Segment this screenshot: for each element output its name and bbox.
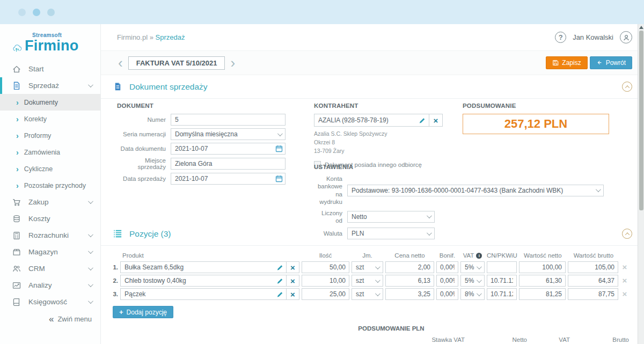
discount-input[interactable] bbox=[436, 288, 458, 300]
sidebar-item-crm[interactable]: CRM bbox=[0, 260, 100, 277]
sidebar-subitem-pozostale-przychody[interactable]: › Pozostałe przychody bbox=[0, 177, 100, 194]
clear-product-button[interactable]: × bbox=[286, 275, 299, 286]
gross-input[interactable] bbox=[568, 288, 618, 300]
window-control-icon[interactable] bbox=[47, 9, 55, 16]
net-input[interactable] bbox=[519, 261, 566, 273]
delete-row-button[interactable]: × bbox=[623, 262, 627, 272]
unit-select[interactable]: szt bbox=[352, 275, 383, 287]
chevron-down-icon bbox=[477, 291, 482, 296]
sidebar-item-ksiegowosc[interactable]: Księgowość bbox=[0, 294, 100, 310]
podsumowanie-group: PODSUMOWANIE 257,12 PLN bbox=[463, 103, 609, 134]
collapse-menu-button[interactable]: « Zwiń menu bbox=[0, 310, 100, 327]
collapse-section-button[interactable] bbox=[622, 82, 632, 92]
unit-select[interactable]: szt bbox=[352, 288, 383, 300]
edit-product-button[interactable] bbox=[273, 275, 286, 286]
vertical-scrollbar[interactable] bbox=[638, 24, 644, 344]
qty-input[interactable] bbox=[302, 275, 349, 287]
discount-input[interactable] bbox=[436, 261, 458, 273]
unit-select[interactable]: szt bbox=[352, 261, 383, 273]
scroll-up-icon[interactable] bbox=[639, 26, 643, 29]
add-item-button[interactable]: + Dodaj pozycję bbox=[113, 306, 173, 318]
miejsce-sprzedazy-input[interactable] bbox=[171, 158, 286, 170]
sidebar-item-sprzedaz[interactable]: Sprzedaż bbox=[0, 77, 100, 94]
pencil-icon bbox=[419, 117, 426, 124]
edit-kontrahent-button[interactable] bbox=[415, 114, 429, 126]
sidebar-item-start[interactable]: Start bbox=[0, 61, 100, 77]
chevron-right-icon: › bbox=[16, 148, 19, 157]
sidebar-item-analizy[interactable]: Analizy bbox=[0, 277, 100, 294]
data-sprzedazy-input[interactable] bbox=[171, 173, 286, 185]
sidebar-item-koszty[interactable]: Koszty bbox=[0, 210, 100, 227]
net-input[interactable] bbox=[519, 288, 566, 300]
edit-product-button[interactable] bbox=[273, 262, 286, 273]
chevron-down-icon bbox=[427, 230, 432, 236]
vat-select[interactable]: 5% bbox=[460, 261, 485, 273]
vat-select[interactable]: 8% bbox=[460, 288, 485, 300]
currency-select[interactable]: PLN bbox=[347, 228, 435, 239]
next-document-button[interactable]: › bbox=[227, 56, 238, 70]
product-input[interactable] bbox=[121, 289, 273, 299]
gross-input[interactable] bbox=[568, 275, 618, 287]
price-input[interactable] bbox=[385, 261, 434, 273]
scrollbar-thumb[interactable] bbox=[639, 31, 643, 210]
sidebar-item-magazyn[interactable]: Magazyn bbox=[0, 244, 100, 260]
gross-input[interactable] bbox=[568, 261, 618, 273]
edit-product-button[interactable] bbox=[273, 289, 286, 299]
vat-select[interactable]: 5% bbox=[460, 275, 485, 287]
clear-icon: × bbox=[290, 277, 295, 285]
clear-product-button[interactable]: × bbox=[286, 289, 299, 299]
discount-input[interactable] bbox=[436, 275, 458, 287]
field-label: Data dokumentu bbox=[117, 145, 171, 152]
calendar-icon[interactable] bbox=[275, 175, 283, 182]
seria-numeracji-select[interactable]: Domyślna miesięczna bbox=[171, 128, 286, 140]
clear-product-button[interactable]: × bbox=[286, 262, 299, 273]
calendar-icon[interactable] bbox=[275, 145, 283, 152]
save-icon bbox=[552, 60, 559, 66]
document-selector[interactable]: FAKTURA VAT 5/10/2021 bbox=[128, 56, 225, 70]
previous-document-button[interactable]: ‹ bbox=[115, 56, 126, 70]
cn-input[interactable] bbox=[487, 275, 517, 287]
kontrahent-input[interactable] bbox=[314, 114, 415, 126]
sidebar-subitem-cykliczne[interactable]: › Cykliczne bbox=[0, 160, 100, 177]
qty-input[interactable] bbox=[302, 288, 349, 300]
sidebar-item-zakup[interactable]: Zakup bbox=[0, 194, 100, 210]
vat-summary-header: Stawka VAT Netto VAT Brutto bbox=[101, 336, 644, 343]
net-input[interactable] bbox=[519, 275, 566, 287]
numer-input[interactable] bbox=[171, 114, 286, 126]
field-label: Waluta bbox=[314, 230, 347, 237]
bank-account-select[interactable]: Podstawowe: 93-1090-1636-0000-0001-0477-… bbox=[347, 185, 604, 196]
sidebar-subitem-proformy[interactable]: › Proformy bbox=[0, 127, 100, 144]
help-button[interactable]: ? bbox=[555, 32, 566, 43]
data-dokumentu-input[interactable] bbox=[171, 143, 286, 155]
items-table-header: Produkt Ilość Jm. Cena netto Bonif. VAT … bbox=[111, 252, 644, 259]
window-control-icon[interactable] bbox=[18, 9, 26, 16]
user-avatar[interactable] bbox=[620, 31, 632, 43]
chevron-down-icon bbox=[88, 265, 93, 270]
product-input[interactable] bbox=[121, 275, 273, 286]
back-button[interactable]: Powrót bbox=[590, 56, 632, 69]
window-control-icon[interactable] bbox=[33, 9, 40, 16]
delete-row-button[interactable]: × bbox=[623, 289, 627, 298]
price-input[interactable] bbox=[385, 275, 434, 287]
price-input[interactable] bbox=[385, 288, 434, 300]
product-input[interactable] bbox=[121, 262, 273, 273]
sidebar-subitem-dokumenty[interactable]: › Dokumenty bbox=[0, 94, 100, 111]
breadcrumb-root[interactable]: Firmino.pl bbox=[117, 33, 148, 41]
info-icon[interactable]: i bbox=[476, 253, 482, 259]
sidebar-item-rozrachunki[interactable]: Rozrachunki bbox=[0, 227, 100, 244]
qty-input[interactable] bbox=[302, 261, 349, 273]
plus-icon: + bbox=[119, 308, 123, 316]
chevron-down-icon bbox=[88, 199, 93, 204]
cn-input[interactable] bbox=[487, 288, 517, 300]
clear-kontrahent-button[interactable]: × bbox=[429, 114, 442, 126]
sidebar-subitem-korekty[interactable]: › Korekty bbox=[0, 111, 100, 127]
user-name[interactable]: Jan Kowalski bbox=[573, 33, 613, 41]
chevron-down-icon bbox=[375, 277, 380, 283]
counted-from-select[interactable]: Netto bbox=[347, 211, 435, 223]
logo[interactable]: Streamsoft Firmino bbox=[0, 24, 100, 56]
cn-input[interactable] bbox=[487, 261, 517, 273]
save-button[interactable]: Zapisz bbox=[546, 56, 587, 69]
sidebar-subitem-zamowienia[interactable]: › Zamówienia bbox=[0, 144, 100, 160]
breadcrumb-current[interactable]: Sprzedaż bbox=[156, 33, 185, 41]
delete-row-button[interactable]: × bbox=[623, 276, 627, 285]
